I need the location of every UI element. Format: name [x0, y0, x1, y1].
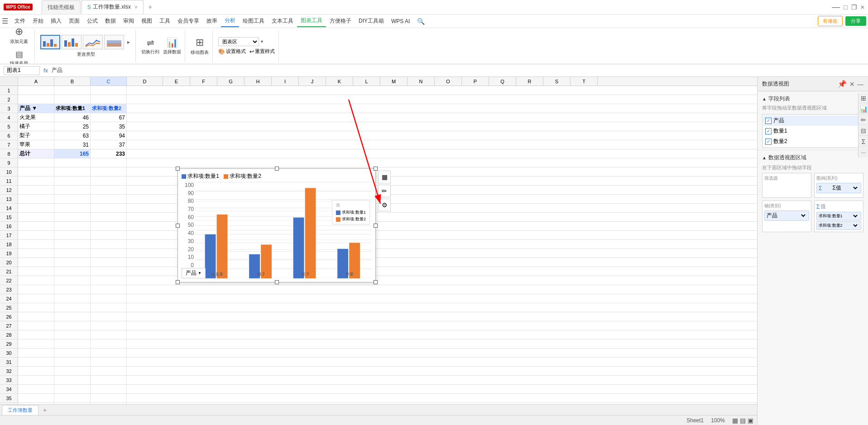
menu-review[interactable]: 审阅	[120, 15, 138, 27]
cell-32B[interactable]	[54, 367, 91, 376]
restore-icon[interactable]: ❐	[851, 4, 857, 11]
field-item-qty2[interactable]: ✓ 数量2	[763, 136, 862, 147]
cell-24A[interactable]	[18, 294, 54, 303]
cell-32C[interactable]	[91, 367, 127, 376]
cell-33B[interactable]	[54, 376, 91, 385]
cell-3C[interactable]: 求和项:数量2	[91, 104, 127, 113]
cell-16A[interactable]	[18, 222, 54, 231]
menu-view[interactable]: 视图	[138, 15, 156, 27]
cell-23C[interactable]	[91, 285, 127, 294]
cell-28A[interactable]	[18, 330, 54, 339]
cell-19A[interactable]	[18, 249, 54, 258]
axis-chip-select[interactable]: ▼	[800, 213, 807, 219]
cell-4A[interactable]: 火龙果	[18, 113, 54, 122]
cell-8B[interactable]: 165	[54, 149, 91, 158]
view-icon-2[interactable]: ▤	[740, 417, 746, 424]
cell-19B[interactable]	[54, 249, 91, 258]
cell-14C[interactable]	[91, 204, 127, 213]
cell-11C[interactable]	[91, 177, 127, 186]
share-btn[interactable]: 分享	[845, 16, 866, 26]
cell-6B[interactable]: 63	[54, 131, 91, 140]
cell-ref-input[interactable]	[4, 66, 40, 75]
cell-33C[interactable]	[91, 376, 127, 385]
cell-2C[interactable]	[91, 95, 127, 104]
pivot-collapse-icon[interactable]: ▲	[762, 155, 767, 160]
cell-6C[interactable]: 94	[91, 131, 127, 140]
search-icon[interactable]: 🔍	[413, 16, 428, 27]
cell-20A[interactable]	[18, 258, 54, 267]
cell-18C[interactable]	[91, 240, 127, 249]
value1-chip-select[interactable]: ▼	[852, 213, 859, 219]
cell-29A[interactable]	[18, 339, 54, 349]
cell-31C[interactable]	[91, 358, 127, 367]
switch-row-col-btn[interactable]: ⇌ 切换行列	[141, 37, 159, 55]
menu-efficiency[interactable]: 效率	[203, 15, 221, 27]
cell-17A[interactable]	[18, 231, 54, 240]
cell-14A[interactable]	[18, 204, 54, 213]
minimize-icon[interactable]: —	[832, 2, 840, 12]
chart-container[interactable]: ▦ ✏ ⚙ 求和项:数量1 求和项:数量2	[177, 168, 376, 282]
add-sheet-btn[interactable]: +	[39, 405, 50, 415]
cell-4C[interactable]: 67	[91, 113, 127, 122]
field-item-product[interactable]: ✓ 产品	[763, 115, 862, 126]
cell-3A[interactable]: 产品 ▼	[18, 104, 54, 113]
pivot-legend-chip[interactable]: Σ Σ值 ▼	[816, 183, 861, 193]
cell-6A[interactable]: 梨子	[18, 131, 54, 140]
cell-25C[interactable]	[91, 303, 127, 312]
template-more-btn[interactable]: ▸	[125, 35, 132, 49]
cell-17C[interactable]	[91, 231, 127, 240]
cell-28B[interactable]	[54, 330, 91, 339]
hamburger-icon[interactable]: ☰	[2, 17, 8, 25]
edit-btn[interactable]: 有修改	[818, 16, 843, 26]
cell-7A[interactable]: 苹果	[18, 140, 54, 149]
template-3[interactable]	[83, 35, 103, 49]
cell-35A[interactable]	[18, 394, 54, 403]
template-2[interactable]	[62, 35, 82, 49]
cell-26B[interactable]	[54, 312, 91, 321]
chart-handle-tm[interactable]	[275, 167, 279, 171]
chart-tool-settings-btn[interactable]: ⚙	[378, 199, 391, 211]
chart-handle-tr[interactable]	[374, 167, 378, 171]
panel-icon-chart[interactable]: 📊	[858, 104, 868, 114]
close-tab-icon[interactable]: ×	[134, 4, 138, 10]
cell-35C[interactable]	[91, 394, 127, 403]
cell-34B[interactable]	[54, 385, 91, 394]
chart-handle-bl[interactable]	[176, 280, 180, 284]
value2-chip-select[interactable]: ▼	[852, 223, 859, 229]
cell-32A[interactable]	[18, 367, 54, 376]
cell-1A[interactable]	[18, 86, 54, 95]
cell-16C[interactable]	[91, 222, 127, 231]
menu-vip[interactable]: 会员专享	[174, 15, 203, 27]
cell-9C[interactable]	[91, 158, 127, 167]
cell-15A[interactable]	[18, 213, 54, 222]
pivot-axis-chip[interactable]: 产品 ▼	[764, 210, 809, 221]
menu-wpsai[interactable]: WPS AI	[388, 16, 413, 26]
panel-icon-more[interactable]: ···	[858, 148, 868, 158]
cell-15C[interactable]	[91, 213, 127, 222]
select-data-btn[interactable]: 📊 选择数据	[163, 37, 181, 55]
cell-35B[interactable]	[54, 394, 91, 403]
chart-filter-btn[interactable]: 产品 ▼	[182, 268, 206, 278]
cell-25B[interactable]	[54, 303, 91, 312]
field-item-qty1[interactable]: ✓ 数量1	[763, 126, 862, 136]
cell-26A[interactable]	[18, 312, 54, 321]
panel-icon-filter[interactable]: ⊟	[858, 126, 868, 136]
cell-18B[interactable]	[54, 240, 91, 249]
cell-21B[interactable]	[54, 267, 91, 276]
cell-21C[interactable]	[91, 267, 127, 276]
panel-icon-calc[interactable]: Σ	[858, 137, 868, 147]
panel-minimize-icon[interactable]: —	[857, 81, 863, 88]
chart-handle-ml[interactable]	[176, 224, 180, 228]
cell-9A[interactable]	[18, 158, 54, 167]
menu-fangge[interactable]: 方便格子	[326, 15, 355, 27]
cell-1C[interactable]	[91, 86, 127, 95]
menu-analyze[interactable]: 分析	[221, 15, 239, 27]
chart-tool-brush-btn[interactable]: ✏	[378, 185, 391, 197]
cell-10A[interactable]	[18, 167, 54, 177]
chart-area-select[interactable]: 图表区	[218, 37, 259, 46]
cell-2B[interactable]	[54, 95, 91, 104]
reset-style-btn[interactable]: ↩ 重置样式	[249, 48, 275, 55]
cell-12B[interactable]	[54, 186, 91, 195]
formula-icon[interactable]: fx	[43, 67, 48, 74]
cell-30A[interactable]	[18, 349, 54, 358]
